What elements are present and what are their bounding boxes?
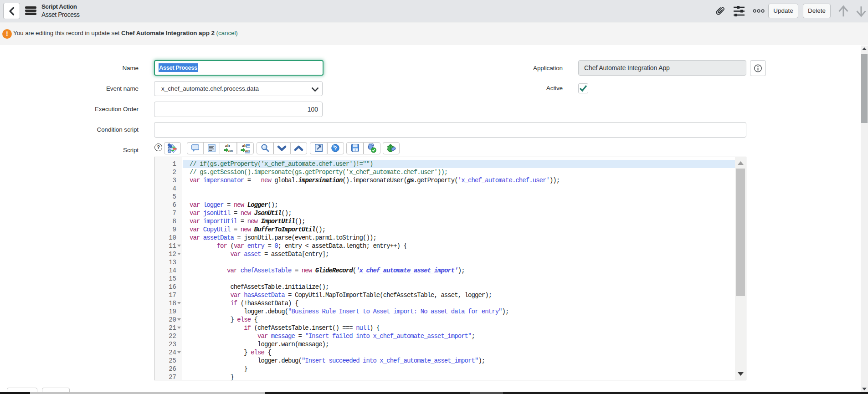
svg-text:ab: ab [225,143,230,148]
svg-text:?: ? [334,145,337,152]
svg-text:ac: ac [228,148,233,153]
